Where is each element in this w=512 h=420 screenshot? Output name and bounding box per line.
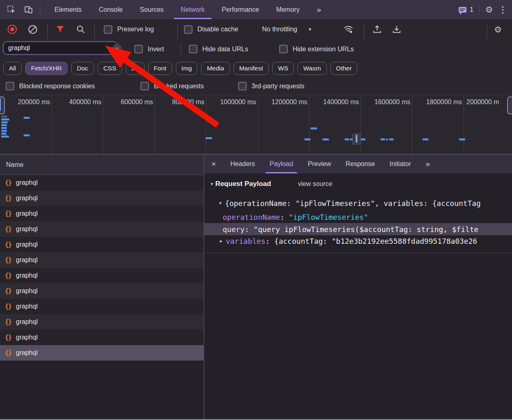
- resource-type-chip[interactable]: CSS: [98, 62, 122, 75]
- network-filter-row: × Invert Hide data URLs Hide extension U…: [0, 39, 512, 59]
- network-overview-timeline[interactable]: 200000 ms 400000 ms 600000 ms 800000 ms …: [0, 95, 512, 155]
- request-row[interactable]: {} graphql: [0, 206, 203, 221]
- request-row[interactable]: {} graphql: [0, 314, 203, 330]
- throttling-dropdown[interactable]: No throttling ▼: [262, 20, 312, 39]
- resource-type-chip-label: All: [9, 65, 16, 72]
- json-braces-icon: {}: [5, 241, 11, 248]
- hide-data-urls-checkbox[interactable]: Hide data URLs: [189, 39, 248, 59]
- hide-extension-urls-label: Hide extension URLs: [293, 46, 354, 53]
- name-column-header[interactable]: Name: [0, 155, 203, 175]
- request-row[interactable]: {} graphql: [0, 330, 203, 345]
- preserve-log-checkbox[interactable]: Preserve log: [104, 20, 154, 39]
- disable-cache-label: Disable cache: [197, 26, 238, 33]
- details-tab-label: Response: [346, 160, 375, 168]
- key-value-separator: :: [245, 225, 254, 234]
- timeline-request-bar: [24, 117, 30, 119]
- timeline-request-bar: [1, 136, 9, 138]
- key-value-separator: :: [265, 237, 274, 245]
- advanced-filter-label: Blocked response cookies: [19, 83, 95, 90]
- close-details-icon[interactable]: ×: [204, 155, 223, 173]
- resource-type-chip[interactable]: Img: [176, 62, 198, 75]
- details-tab[interactable]: Payload: [262, 155, 300, 173]
- chevron-down-icon: ▼: [308, 27, 312, 32]
- panel-tab[interactable]: Console: [90, 0, 131, 19]
- export-har-icon[interactable]: [391, 20, 402, 39]
- payload-query-row-highlighted[interactable]: query: "query ipFlowTimeseries($accountT…: [204, 223, 512, 235]
- throttling-value: No throttling: [262, 26, 297, 33]
- timeline-gridline: [103, 95, 103, 154]
- json-braces-icon: {}: [5, 195, 11, 202]
- payload-key: query: [223, 225, 245, 234]
- json-braces-icon: {}: [5, 179, 11, 186]
- more-panels-button[interactable]: »: [308, 0, 330, 19]
- resource-type-chip[interactable]: Doc: [71, 62, 94, 75]
- resource-type-chip[interactable]: Media: [201, 62, 230, 75]
- advanced-filter-checkbox[interactable]: Blocked response cookies: [6, 82, 95, 90]
- request-payload-section-header[interactable]: ▼ Request Payload view source: [204, 177, 512, 190]
- filter-input[interactable]: [3, 42, 117, 55]
- advanced-filter-checkbox[interactable]: 3rd-party requests: [238, 82, 304, 90]
- details-tab[interactable]: Preview: [300, 155, 338, 173]
- import-har-icon[interactable]: [371, 20, 383, 39]
- issues-counter[interactable]: 1: [459, 6, 473, 13]
- checkbox: [104, 25, 112, 34]
- resource-type-filter-row: All Fetch/XHR Doc CSS JS Font Img Media …: [0, 59, 512, 77]
- resource-type-chip-label: JS: [131, 65, 139, 72]
- json-braces-icon: {}: [5, 272, 11, 279]
- panel-tab[interactable]: Elements: [46, 0, 90, 19]
- view-source-link[interactable]: view source: [298, 180, 332, 188]
- resource-type-chip[interactable]: Fetch/XHR: [25, 62, 68, 75]
- advanced-filter-checkbox[interactable]: Blocked requests: [140, 82, 204, 90]
- timeline-gridline: [206, 95, 206, 154]
- inspect-element-icon[interactable]: [6, 4, 17, 15]
- details-tab-bar: × Headers Payload Preview Response Initi…: [204, 155, 512, 174]
- resource-type-chip[interactable]: Other: [330, 62, 358, 75]
- details-tab[interactable]: Response: [338, 155, 382, 173]
- request-row[interactable]: {} graphql: [0, 221, 203, 237]
- more-details-tabs-button[interactable]: »: [418, 155, 438, 173]
- request-row[interactable]: {} graphql: [0, 190, 203, 206]
- details-tab[interactable]: Headers: [223, 155, 262, 173]
- record-network-log-button[interactable]: [7, 20, 18, 39]
- network-conditions-icon[interactable]: [343, 20, 354, 39]
- resource-type-chip[interactable]: Font: [148, 62, 172, 75]
- request-row[interactable]: {} graphql: [0, 252, 203, 268]
- timeline-tick-label: 200000 ms: [18, 98, 50, 106]
- request-row[interactable]: {} graphql: [0, 237, 203, 252]
- clear-network-log-icon[interactable]: [27, 20, 38, 39]
- resource-type-chip[interactable]: WS: [272, 62, 294, 75]
- settings-gear-icon[interactable]: ⚙: [485, 5, 493, 14]
- panel-tab[interactable]: Memory: [267, 0, 308, 19]
- panel-tab[interactable]: Sources: [131, 0, 172, 19]
- resource-type-chip-label: Font: [154, 65, 166, 72]
- disable-cache-checkbox[interactable]: Disable cache: [184, 20, 238, 39]
- payload-summary-row[interactable]: ▼ {operationName: "ipFlowTimeseries", va…: [204, 197, 512, 209]
- more-options-icon[interactable]: ⋮: [499, 5, 507, 14]
- resource-type-chip[interactable]: All: [3, 62, 22, 75]
- payload-variables-row[interactable]: ▶ variables: {accountTag: "b12e3b2192ee5…: [204, 235, 512, 247]
- request-row[interactable]: {} graphql: [0, 299, 203, 314]
- timeline-tick-label: 1600000 ms: [374, 98, 410, 106]
- network-settings-gear-icon[interactable]: ⚙: [494, 20, 502, 39]
- timeline-right-grip[interactable]: [507, 96, 512, 114]
- timeline-tick-text: 1200000 ms: [271, 98, 307, 105]
- clear-filter-icon[interactable]: ×: [112, 44, 122, 53]
- resource-type-chip-label: WS: [278, 65, 288, 72]
- invert-checkbox[interactable]: Invert: [134, 39, 164, 59]
- details-tab[interactable]: Initiator: [382, 155, 418, 173]
- resource-type-chip[interactable]: Manifest: [234, 62, 269, 75]
- hide-extension-urls-checkbox[interactable]: Hide extension URLs: [279, 39, 354, 59]
- request-row[interactable]: {} graphql: [0, 175, 203, 190]
- search-icon[interactable]: [75, 20, 86, 39]
- request-row[interactable]: {} graphql: [0, 345, 203, 361]
- timeline-left-grip[interactable]: [0, 96, 5, 114]
- request-row[interactable]: {} graphql: [0, 283, 203, 299]
- request-row[interactable]: {} graphql: [0, 268, 203, 283]
- resource-type-chip[interactable]: JS: [126, 62, 144, 75]
- panel-tab[interactable]: Network: [172, 0, 213, 19]
- resource-type-chip[interactable]: Wasm: [298, 62, 326, 75]
- device-toolbar-icon[interactable]: [23, 4, 34, 15]
- request-name: graphql: [16, 318, 37, 326]
- filter-icon[interactable]: [55, 20, 66, 39]
- panel-tab[interactable]: Performance: [213, 0, 268, 19]
